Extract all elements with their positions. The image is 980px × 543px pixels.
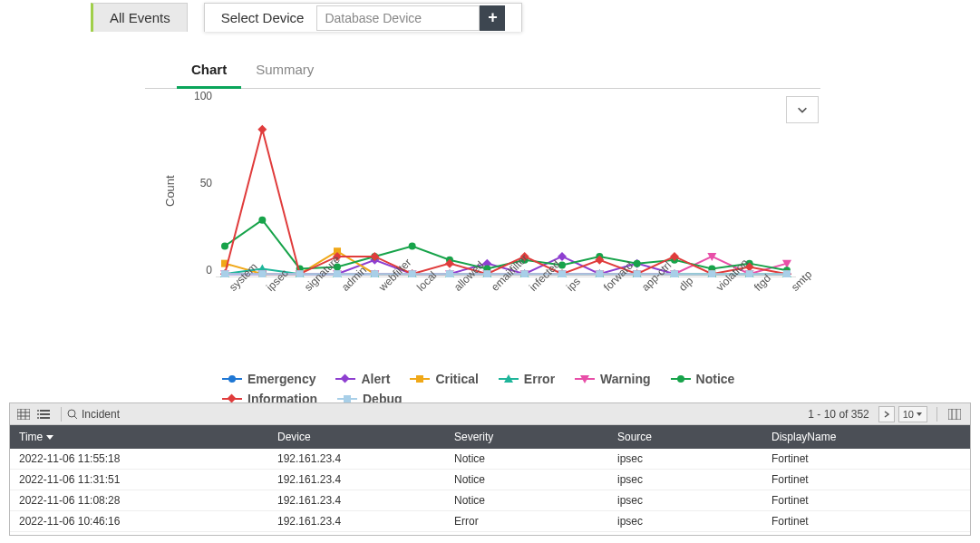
chart-area: Count 050100 systemipsecsignatureadminwe… xyxy=(145,89,820,325)
pager-next-button[interactable] xyxy=(878,406,895,422)
table-cell: Fortinet xyxy=(762,452,970,465)
chart-panel: Chart Summary Count 050100 systemipsecsi… xyxy=(145,41,820,403)
legend-item[interactable]: Warning xyxy=(575,372,650,386)
svg-rect-123 xyxy=(596,270,603,277)
table-cell: Notice xyxy=(445,494,608,507)
sort-desc-icon xyxy=(46,433,53,441)
svg-rect-126 xyxy=(708,270,715,277)
table-header: Time Device Severity Source DisplayName xyxy=(10,425,970,449)
device-select-placeholder: Database Device xyxy=(325,11,422,25)
add-device-button[interactable]: + xyxy=(480,5,505,31)
svg-rect-120 xyxy=(483,270,490,277)
tab-select-device-label: Select Device xyxy=(221,10,305,25)
top-tabbar: All Events Select Device Database Device… xyxy=(91,3,539,32)
line-chart xyxy=(216,96,796,277)
table-cell: ipsec xyxy=(608,473,762,486)
table-body: 2022-11-06 11:55:18192.161.23.4Noticeips… xyxy=(10,449,970,532)
pagesize-select[interactable]: 10 xyxy=(898,406,927,422)
pagesize-value: 10 xyxy=(903,409,914,420)
pager-text: 1 - 10 of 352 xyxy=(808,408,868,421)
legend-item[interactable]: Error xyxy=(499,372,555,386)
events-grid: Incident 1 - 10 of 352 10 Time Device Se… xyxy=(9,402,971,536)
tab-select-device[interactable]: Select Device Database Device + xyxy=(204,3,523,32)
chevron-right-icon xyxy=(883,411,890,418)
svg-marker-78 xyxy=(707,253,716,261)
legend-item[interactable]: Emergency xyxy=(222,372,315,386)
svg-rect-121 xyxy=(521,270,529,277)
svg-rect-116 xyxy=(334,270,341,277)
svg-point-86 xyxy=(409,242,416,249)
legend-marker xyxy=(335,373,355,385)
svg-point-138 xyxy=(37,413,39,415)
table-cell: 2022-11-06 11:55:18 xyxy=(10,452,268,465)
device-select-box[interactable]: Database Device xyxy=(316,5,480,31)
table-cell: Notice xyxy=(445,473,608,486)
legend-marker xyxy=(410,373,430,385)
legend-item[interactable]: Critical xyxy=(410,372,478,386)
svg-rect-143 xyxy=(948,409,961,420)
legend-marker xyxy=(222,373,242,385)
tab-all-events[interactable]: All Events xyxy=(91,3,188,32)
svg-rect-115 xyxy=(296,270,304,277)
svg-rect-117 xyxy=(371,270,378,277)
chart-subtabs: Chart Summary xyxy=(145,54,820,89)
svg-point-81 xyxy=(221,242,228,249)
table-row[interactable]: 2022-11-06 11:31:51192.161.23.4Noticeips… xyxy=(10,470,970,490)
view-list-icon[interactable] xyxy=(35,406,52,422)
table-row[interactable]: 2022-11-06 11:55:18192.161.23.4Noticeips… xyxy=(10,449,970,470)
y-tick: 50 xyxy=(187,177,212,189)
col-header-severity[interactable]: Severity xyxy=(445,431,608,443)
table-row[interactable]: 2022-11-06 10:46:16192.161.23.4Erroripse… xyxy=(10,511,970,532)
legend-marker xyxy=(671,373,691,385)
table-cell: ipsec xyxy=(608,494,762,507)
legend-label: Critical xyxy=(435,372,478,386)
table-cell: Notice xyxy=(445,452,608,465)
svg-marker-146 xyxy=(46,435,53,440)
legend-marker xyxy=(499,373,519,385)
svg-line-141 xyxy=(74,416,77,419)
x-tick: ips xyxy=(564,275,583,294)
incident-button[interactable]: Incident xyxy=(67,408,120,421)
svg-point-140 xyxy=(68,410,75,417)
svg-rect-113 xyxy=(221,270,228,277)
table-cell: Fortinet xyxy=(762,515,970,528)
columns-config-icon[interactable] xyxy=(946,406,963,422)
table-row[interactable]: 2022-11-06 11:08:28192.161.23.4Noticeips… xyxy=(10,490,970,511)
svg-rect-124 xyxy=(634,270,641,277)
incident-icon xyxy=(67,409,78,420)
incident-label: Incident xyxy=(82,408,120,421)
svg-rect-122 xyxy=(558,270,566,277)
table-cell: Fortinet xyxy=(762,473,970,486)
chevron-down-icon xyxy=(796,103,809,116)
svg-rect-114 xyxy=(258,270,266,277)
table-cell: ipsec xyxy=(608,452,762,465)
svg-marker-26 xyxy=(558,252,567,261)
y-tick: 0 xyxy=(187,264,212,276)
grid-toolbar: Incident 1 - 10 of 352 10 xyxy=(10,403,970,425)
subtab-summary[interactable]: Summary xyxy=(241,54,328,88)
view-table-icon[interactable] xyxy=(15,406,32,422)
legend-label: Emergency xyxy=(247,372,315,386)
legend-label: Alert xyxy=(361,372,390,386)
subtab-chart[interactable]: Chart xyxy=(177,54,241,89)
svg-marker-142 xyxy=(917,412,922,416)
table-cell: Error xyxy=(445,515,608,528)
col-header-time-label: Time xyxy=(19,431,43,443)
col-header-device[interactable]: Device xyxy=(268,431,445,443)
legend-item[interactable]: Notice xyxy=(671,372,735,386)
table-cell: 192.161.23.4 xyxy=(268,515,445,528)
legend-marker xyxy=(575,373,595,385)
col-header-time[interactable]: Time xyxy=(10,431,268,443)
svg-marker-98 xyxy=(257,125,267,134)
legend-label: Notice xyxy=(696,372,735,386)
col-header-displayname[interactable]: DisplayName xyxy=(762,431,970,443)
y-axis-label: Count xyxy=(163,175,177,207)
legend-item[interactable]: Alert xyxy=(335,372,390,386)
svg-rect-129 xyxy=(17,409,30,420)
col-header-source[interactable]: Source xyxy=(608,431,762,443)
svg-point-139 xyxy=(37,417,39,419)
y-tick: 100 xyxy=(187,90,212,102)
svg-point-137 xyxy=(37,410,39,412)
table-cell: Fortinet xyxy=(762,494,970,507)
svg-point-82 xyxy=(258,217,266,224)
